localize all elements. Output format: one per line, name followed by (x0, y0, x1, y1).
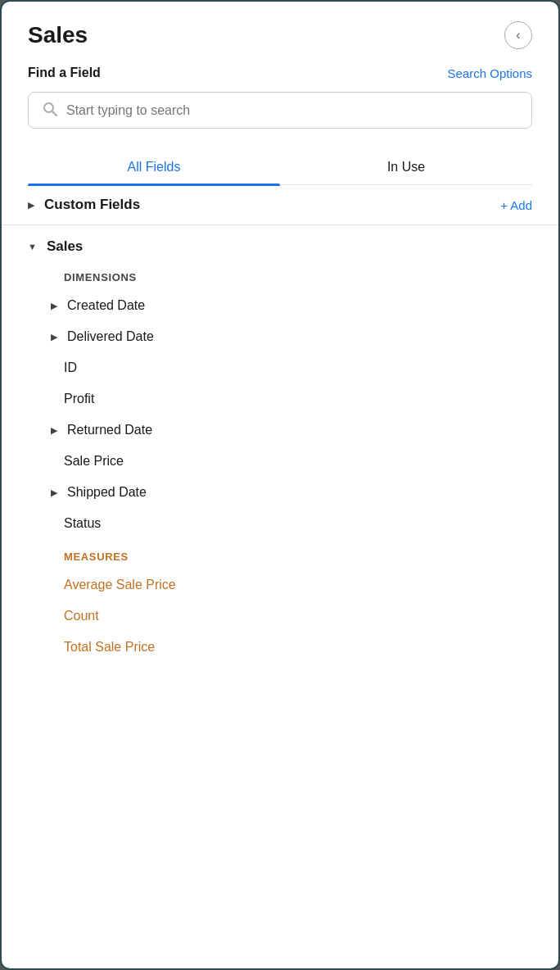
custom-fields-chevron: ▶ (28, 200, 34, 211)
list-item[interactable]: Status (28, 508, 532, 539)
field-name-id: ID (64, 360, 77, 375)
list-item[interactable]: ID (28, 352, 532, 383)
field-name-shipped-date: Shipped Date (67, 485, 147, 500)
delivered-date-chevron: ▶ (51, 332, 57, 342)
list-item[interactable]: Total Sale Price (28, 632, 532, 663)
list-item[interactable]: Profit (28, 383, 532, 415)
search-input[interactable] (66, 103, 518, 118)
main-panel: Sales ‹ Find a Field Search Options All … (0, 0, 560, 970)
panel-title: Sales (28, 22, 88, 48)
field-name-count: Count (64, 609, 99, 623)
field-name-total-sale-price: Total Sale Price (64, 640, 155, 655)
back-icon: ‹ (516, 28, 520, 43)
list-item[interactable]: ▶ Delivered Date (28, 321, 532, 352)
svg-line-1 (52, 111, 56, 116)
custom-fields-label: Custom Fields (44, 197, 140, 213)
field-name-returned-date: Returned Date (67, 423, 152, 437)
field-name-profit: Profit (64, 392, 94, 406)
sales-section: ▼ Sales DIMENSIONS ▶ Created Date ▶ Deli… (2, 225, 558, 663)
find-field-row: Find a Field Search Options (2, 66, 558, 92)
dimensions-label: DIMENSIONS (28, 261, 532, 290)
list-item[interactable]: ▶ Shipped Date (28, 477, 532, 508)
sales-label: Sales (47, 238, 83, 255)
field-name-delivered-date: Delivered Date (67, 329, 154, 344)
field-name-sale-price: Sale Price (64, 454, 124, 469)
returned-date-chevron: ▶ (51, 425, 57, 436)
field-name-created-date: Created Date (67, 298, 145, 313)
field-name-avg-sale-price: Average Sale Price (64, 578, 176, 592)
search-box (28, 92, 532, 129)
search-box-wrap (2, 92, 558, 152)
find-field-label: Find a Field (28, 66, 101, 80)
tab-all-fields[interactable]: All Fields (28, 152, 280, 184)
field-name-status: Status (64, 516, 101, 531)
list-item[interactable]: Sale Price (28, 446, 532, 477)
back-button[interactable]: ‹ (504, 21, 532, 49)
list-item[interactable]: ▶ Created Date (28, 290, 532, 321)
search-options-link[interactable]: Search Options (448, 66, 532, 80)
sales-chevron: ▼ (28, 242, 37, 252)
measures-label: MEASURES (28, 539, 532, 569)
search-icon (42, 101, 58, 120)
shipped-date-chevron: ▶ (51, 487, 57, 498)
list-item[interactable]: Count (28, 601, 532, 632)
sales-header-row[interactable]: ▼ Sales (28, 225, 532, 261)
list-item[interactable]: Average Sale Price (28, 569, 532, 601)
list-item[interactable]: ▶ Returned Date (28, 415, 532, 446)
custom-fields-section[interactable]: ▶ Custom Fields + Add (2, 185, 558, 225)
add-custom-field-link[interactable]: + Add (500, 198, 532, 212)
panel-header: Sales ‹ (2, 21, 558, 66)
created-date-chevron: ▶ (51, 301, 57, 311)
tab-in-use[interactable]: In Use (280, 152, 532, 184)
tabs-row: All Fields In Use (28, 152, 532, 185)
